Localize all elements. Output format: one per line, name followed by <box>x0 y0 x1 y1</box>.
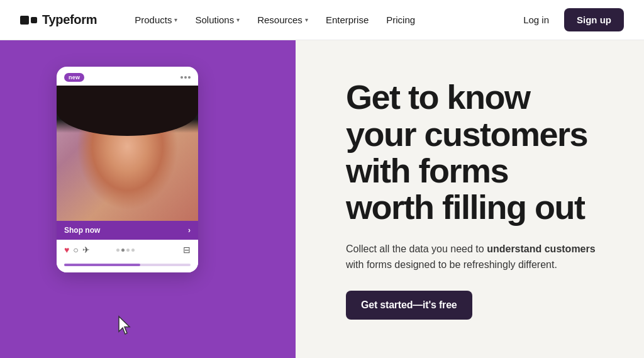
action-icons: ♥ ○ ✈ <box>64 245 90 255</box>
card-dots <box>180 76 191 79</box>
dot <box>126 249 130 252</box>
comment-icon: ○ <box>73 245 78 255</box>
dot <box>116 249 119 252</box>
dot-2 <box>184 76 187 79</box>
card-actions: ♥ ○ ✈ ⊟ <box>57 240 198 260</box>
logo-icon <box>20 16 37 25</box>
chevron-down-icon: ▾ <box>174 16 177 23</box>
logo-text: Typeform <box>42 13 97 27</box>
card-header: new <box>57 67 198 86</box>
login-button[interactable]: Log in <box>516 9 557 30</box>
chevron-down-icon: ▾ <box>236 16 240 23</box>
chevron-down-icon: ▾ <box>305 16 308 23</box>
main-nav: Products ▾ Solutions ▾ Resources ▾ Enter… <box>127 9 516 30</box>
card-badge: new <box>64 73 84 82</box>
logo[interactable]: Typeform <box>20 13 97 27</box>
dot-3 <box>188 76 191 79</box>
hero-left: new Shop now › ♥ ○ ✈ <box>0 40 296 358</box>
header: Typeform Products ▾ Solutions ▾ Resource… <box>0 0 644 40</box>
cta-button[interactable]: Get started—it's free <box>346 291 472 320</box>
dot <box>131 249 135 252</box>
bookmark-icon: ⊟ <box>183 245 191 255</box>
share-icon: ✈ <box>82 245 90 255</box>
nav-pricing[interactable]: Pricing <box>379 9 423 30</box>
heart-icon: ♥ <box>64 245 69 255</box>
shop-bar[interactable]: Shop now › <box>57 221 198 240</box>
header-actions: Log in Sign up <box>516 8 624 31</box>
nav-enterprise[interactable]: Enterprise <box>318 9 376 30</box>
hero-headline: Get to know your customers with forms wo… <box>346 79 606 225</box>
nav-resources[interactable]: Resources ▾ <box>250 9 316 30</box>
shop-chevron-icon: › <box>188 226 191 235</box>
phone-card-mockup: new Shop now › ♥ ○ ✈ <box>57 67 198 272</box>
image-dots <box>116 249 135 252</box>
nav-products[interactable]: Products ▾ <box>127 9 185 30</box>
dot-active <box>121 249 125 252</box>
shop-label: Shop now <box>64 226 100 235</box>
hair <box>57 86 198 136</box>
hero-content: Get to know your customers with forms wo… <box>346 79 606 319</box>
progress-bar-fill <box>64 264 140 266</box>
hero-right: Get to know your customers with forms wo… <box>296 40 644 358</box>
main-content: new Shop now › ♥ ○ ✈ <box>0 40 644 358</box>
card-progress <box>57 260 198 272</box>
signup-button[interactable]: Sign up <box>564 8 624 31</box>
nav-solutions[interactable]: Solutions ▾ <box>187 9 247 30</box>
logo-square-large <box>20 16 29 25</box>
hero-subtitle: Collect all the data you need to underst… <box>346 241 606 273</box>
card-image <box>57 86 198 221</box>
progress-bar-bg <box>64 264 191 266</box>
cursor-icon <box>116 315 135 334</box>
dot-1 <box>180 76 183 79</box>
logo-square-small <box>31 17 37 23</box>
